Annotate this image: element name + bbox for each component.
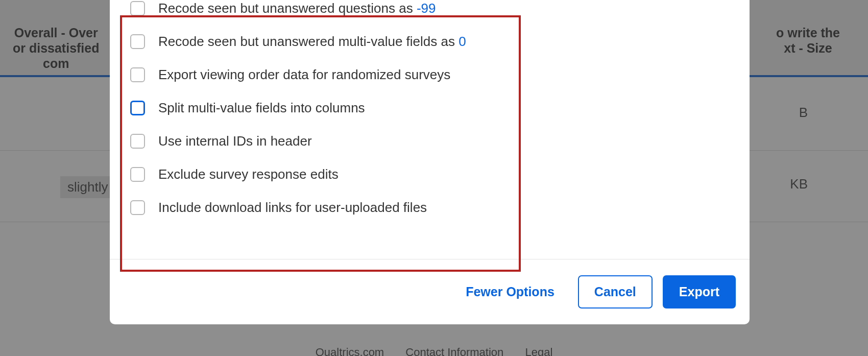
modal-body: Recode seen but unanswered questions as … <box>110 0 750 259</box>
option-label: Recode seen but unanswered multi-value f… <box>158 34 466 50</box>
export-button[interactable]: Export <box>663 275 736 308</box>
footer-link[interactable]: Qualtrics.com <box>316 346 384 356</box>
export-options-modal: Recode seen but unanswered questions as … <box>110 0 750 324</box>
footer-link[interactable]: Legal <box>525 346 552 356</box>
option-value-token: 0 <box>459 34 466 49</box>
option-label: Split multi-value fields into columns <box>158 100 365 116</box>
modal-footer: Fewer Options Cancel Export <box>110 259 750 324</box>
option-recode-unanswered-questions[interactable]: Recode seen but unanswered questions as … <box>130 0 736 25</box>
option-include-download-links[interactable]: Include download links for user-uploaded… <box>130 191 736 224</box>
checkbox-icon[interactable] <box>130 167 145 182</box>
option-recode-unanswered-multivalue[interactable]: Recode seen but unanswered multi-value f… <box>130 25 736 58</box>
option-split-multivalue-columns[interactable]: Split multi-value fields into columns <box>130 91 736 125</box>
footer-link[interactable]: Contact Information <box>405 346 503 356</box>
page-footer-links: Qualtrics.com Contact Information Legal <box>0 346 868 356</box>
option-label: Exclude survey response edits <box>158 167 339 182</box>
fewer-options-button[interactable]: Fewer Options <box>452 277 568 306</box>
option-label: Recode seen but unanswered questions as … <box>158 1 436 16</box>
checkbox-icon[interactable] <box>130 1 145 16</box>
export-options-list: Recode seen but unanswered questions as … <box>123 0 736 240</box>
option-label: Export viewing order data for randomized… <box>158 67 450 83</box>
option-export-viewing-order[interactable]: Export viewing order data for randomized… <box>130 58 736 91</box>
option-label: Use internal IDs in header <box>158 133 312 149</box>
option-label: Include download links for user-uploaded… <box>158 200 427 216</box>
checkbox-icon[interactable] <box>130 101 145 115</box>
checkbox-icon[interactable] <box>130 200 145 215</box>
checkbox-icon[interactable] <box>130 34 145 49</box>
option-value-token: -99 <box>417 1 436 16</box>
option-use-internal-ids[interactable]: Use internal IDs in header <box>130 125 736 158</box>
option-exclude-response-edits[interactable]: Exclude survey response edits <box>130 158 736 191</box>
checkbox-icon[interactable] <box>130 134 145 149</box>
cancel-button[interactable]: Cancel <box>578 275 653 308</box>
checkbox-icon[interactable] <box>130 67 145 82</box>
